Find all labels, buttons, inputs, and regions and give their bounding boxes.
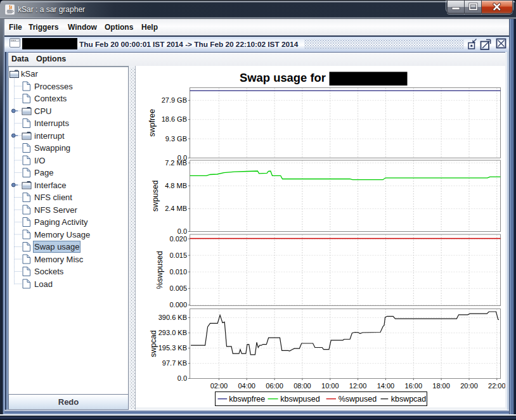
- svg-text:390.6 KB: 390.6 KB: [158, 314, 187, 321]
- svg-text:0.0: 0.0: [177, 227, 187, 235]
- svg-text:20:00: 20:00: [460, 382, 478, 390]
- svg-text:Interrupts: Interrupts: [34, 118, 69, 128]
- svg-text:Interface: Interface: [34, 181, 67, 190]
- svg-text:swpfree: swpfree: [148, 109, 157, 137]
- svg-text:0.005: 0.005: [169, 284, 187, 292]
- svg-text:interrupt: interrupt: [34, 131, 65, 141]
- svg-text:I/O: I/O: [34, 156, 45, 165]
- svg-text:Paging Activity: Paging Activity: [34, 217, 88, 227]
- svg-text:Swap usage: Swap usage: [34, 242, 80, 251]
- svg-text:12:00: 12:00: [349, 382, 367, 390]
- svg-text:Processes: Processes: [34, 82, 73, 91]
- svg-text:2.4 MB: 2.4 MB: [165, 205, 187, 212]
- svg-text:%swpused: %swpused: [339, 395, 377, 404]
- svg-text:swpused: swpused: [151, 180, 160, 211]
- svg-text:NFS Server: NFS Server: [34, 205, 78, 215]
- svg-text:4.8 MB: 4.8 MB: [165, 182, 187, 189]
- svg-text:0.020: 0.020: [169, 235, 187, 243]
- svg-text:18.6 GB: 18.6 GB: [162, 115, 187, 123]
- svg-text:16:00: 16:00: [405, 382, 423, 390]
- svg-text:%swpused: %swpused: [155, 251, 164, 289]
- svg-text:27.9 GB: 27.9 GB: [162, 96, 187, 104]
- svg-text:22:00: 22:00: [488, 382, 505, 390]
- svg-text:swpcad: swpcad: [149, 330, 158, 357]
- svg-text:kbswpused: kbswpused: [280, 395, 320, 404]
- svg-text:kbswpfree: kbswpfree: [229, 395, 265, 404]
- svg-text:0.015: 0.015: [169, 251, 187, 259]
- svg-text:02:00: 02:00: [210, 382, 228, 390]
- svg-text:0.000: 0.000: [169, 301, 187, 309]
- svg-text:kbswpcad: kbswpcad: [391, 395, 427, 404]
- svg-text:Memory Misc: Memory Misc: [34, 255, 84, 264]
- svg-text:kSar: kSar: [21, 69, 38, 79]
- svg-text:18:00: 18:00: [432, 382, 450, 390]
- svg-text:CPU: CPU: [34, 106, 51, 116]
- svg-text:Swapping: Swapping: [34, 143, 70, 153]
- svg-text:10:00: 10:00: [321, 382, 339, 390]
- svg-text:04:00: 04:00: [238, 382, 255, 390]
- svg-text:Page: Page: [34, 168, 53, 177]
- svg-text:14:00: 14:00: [377, 382, 395, 390]
- svg-text:293.0 KB: 293.0 KB: [158, 329, 187, 336]
- svg-text:97.7 KB: 97.7 KB: [162, 359, 187, 367]
- svg-text:195.3 KB: 195.3 KB: [158, 344, 187, 352]
- svg-text:Memory Usage: Memory Usage: [34, 230, 90, 239]
- svg-text:NFS client: NFS client: [34, 193, 72, 202]
- svg-text:0.0: 0.0: [177, 374, 187, 382]
- svg-text:Swap usage for: Swap usage for: [240, 71, 326, 84]
- svg-text:08:00: 08:00: [293, 382, 311, 390]
- svg-text:Load: Load: [34, 279, 53, 289]
- svg-text:0.010: 0.010: [169, 268, 187, 276]
- svg-text:06:00: 06:00: [266, 382, 283, 390]
- svg-text:Sockets: Sockets: [34, 267, 64, 276]
- svg-text:9.3 GB: 9.3 GB: [165, 135, 187, 143]
- svg-text:7.2 MB: 7.2 MB: [165, 159, 187, 167]
- svg-text:Contexts: Contexts: [34, 94, 67, 103]
